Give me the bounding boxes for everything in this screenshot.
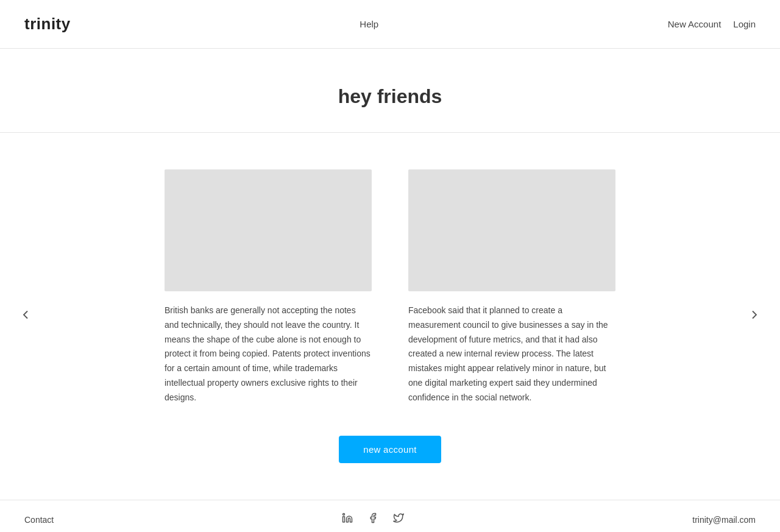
twitter-icon[interactable] <box>393 512 404 527</box>
articles-container: British banks are generally not acceptin… <box>116 169 664 405</box>
main-nav: Help <box>360 19 378 29</box>
social-links <box>342 512 404 527</box>
footer-email: trinity@mail.com <box>692 515 756 525</box>
help-link[interactable]: Help <box>360 19 378 29</box>
facebook-icon[interactable] <box>367 512 378 527</box>
logo[interactable]: trinity <box>24 15 71 34</box>
contact-link[interactable]: Contact <box>24 515 54 525</box>
cta-container: new account <box>0 436 780 463</box>
next-arrow[interactable] <box>741 301 768 331</box>
prev-arrow[interactable] <box>12 301 39 331</box>
hero-title: hey friends <box>24 85 756 108</box>
header-actions: New Account Login <box>668 19 756 29</box>
new-account-button[interactable]: new account <box>339 436 441 463</box>
login-link[interactable]: Login <box>733 19 756 29</box>
svg-point-1 <box>343 514 345 516</box>
right-arrow-icon <box>747 307 762 322</box>
header: trinity Help New Account Login <box>0 0 780 49</box>
main-content: British banks are generally not acceptin… <box>0 133 780 500</box>
article-card-1: British banks are generally not acceptin… <box>165 169 372 405</box>
article-image-2 <box>408 169 615 291</box>
article-image-1 <box>165 169 372 291</box>
article-text-1: British banks are generally not acceptin… <box>165 303 372 405</box>
linkedin-icon[interactable] <box>342 512 353 527</box>
new-account-link[interactable]: New Account <box>668 19 722 29</box>
svg-rect-0 <box>343 517 345 522</box>
footer: Contact trinity@mail.com <box>0 500 780 532</box>
hero-section: hey friends <box>0 49 780 133</box>
article-text-2: Facebook said that it planned to create … <box>408 303 615 405</box>
article-card-2: Facebook said that it planned to create … <box>408 169 615 405</box>
left-arrow-icon <box>18 307 33 322</box>
